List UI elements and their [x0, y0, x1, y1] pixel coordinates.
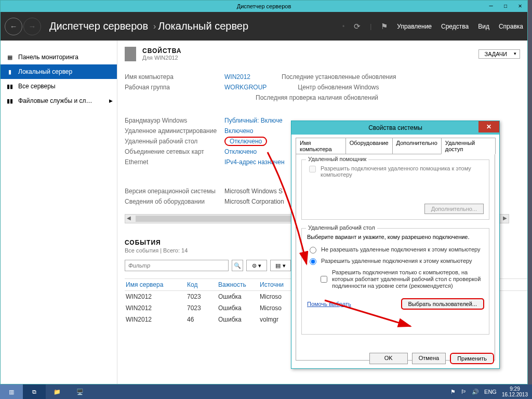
prop-value[interactable]: IPv4-адрес назначен — [224, 158, 285, 166]
checkbox-label: Разрешить подключения удаленного помощни… — [321, 165, 484, 178]
titlebar: Диспетчер серверов — ☐ ✕ — [1, 1, 527, 12]
tray-sound-icon[interactable]: 🔊 — [472, 389, 479, 395]
tray-flag-icon[interactable]: ⚑ — [450, 389, 456, 395]
menu-tools[interactable]: Средства — [441, 23, 469, 30]
dialog-tabs: Имя компьютера Оборудование Дополнительн… — [296, 138, 495, 154]
forward-button[interactable]: → — [23, 18, 41, 35]
task-app[interactable]: 🖥️ — [69, 384, 91, 399]
properties-heading: СВОЙСТВА — [142, 47, 181, 55]
apply-button[interactable]: Применить — [450, 353, 494, 364]
prop-label: Брандмауэр Windows — [125, 117, 224, 124]
back-button[interactable]: ← — [5, 18, 22, 35]
prop-label: Рабочая группа — [125, 84, 224, 91]
task-server-manager[interactable]: ▥ — [0, 384, 23, 399]
sidebar-item-label: Файловые службы и сл… — [18, 97, 92, 104]
sidebar: ▦ Панель мониторинга ▮ Локальный сервер … — [1, 41, 117, 384]
nla-checkbox[interactable] — [321, 271, 327, 288]
sidebar-item-label: Панель мониторинга — [18, 54, 78, 61]
prop-label: Последние установленные обновления — [282, 73, 396, 81]
prop-value-remote-desktop[interactable]: Отключено — [224, 137, 267, 146]
radio-allow[interactable] — [310, 258, 316, 265]
servers-icon: ▮▮ — [6, 83, 14, 90]
tasks-dropdown[interactable]: ЗАДАЧИ — [478, 49, 520, 59]
tab-advanced[interactable]: Дополнительно — [392, 138, 442, 154]
prop-label: Удаленное администрирование — [125, 127, 224, 135]
prop-value: Microsoft Windows S — [224, 188, 283, 195]
sidebar-item-file-services[interactable]: ▮▮ Файловые службы и сл… ▶ — [1, 94, 117, 108]
flag-icon[interactable]: ⚑ — [381, 22, 388, 31]
cancel-button[interactable]: Отмена — [412, 353, 446, 364]
prop-label: Удаленный рабочий стол — [125, 138, 224, 145]
ok-button[interactable]: OK — [369, 353, 408, 364]
server-icon: ▮ — [6, 69, 14, 75]
tab-pane-remote: Удаленный помощник Разрешить подключения… — [296, 154, 495, 361]
prop-label: Центр обновления Windows — [298, 84, 379, 91]
dialog-titlebar[interactable]: Свойства системы ✕ — [291, 121, 499, 135]
task-explorer[interactable]: 📁 — [46, 384, 69, 399]
prop-value[interactable]: Включено — [224, 127, 253, 135]
menu-help[interactable]: Справка — [499, 23, 523, 30]
window-title: Диспетчер серверов — [237, 3, 291, 9]
tab-computer-name[interactable]: Имя компьютера — [296, 138, 346, 154]
sidebar-item-label: Все серверы — [18, 83, 56, 90]
prop-label: Ethernet — [125, 158, 224, 166]
group-hint: Выберите вариант и укажите, кому разреше… — [307, 234, 484, 240]
storage-icon: ▮▮ — [6, 98, 14, 104]
properties-subheading: Для WIN2012 — [142, 55, 181, 61]
prop-value: Microsoft Corporation — [224, 198, 284, 205]
system-properties-dialog: Свойства системы ✕ Имя компьютера Оборуд… — [291, 121, 500, 369]
sidebar-item-label: Локальный сервер — [18, 68, 72, 75]
menu-manage[interactable]: Управление — [397, 23, 432, 30]
help-choose-link[interactable]: Помочь выбрать — [307, 301, 351, 307]
taskbar: ▥ ⧉ 📁 🖥️ ⚑ 🏳 🔊 ENG 9:29 16.12.2013 — [0, 384, 532, 399]
filter-dropdown[interactable]: ⊜ ▾ — [246, 260, 267, 271]
prop-value[interactable]: WIN2012 — [224, 73, 250, 81]
prop-value[interactable]: Отключено — [224, 148, 257, 155]
sidebar-item-all-servers[interactable]: ▮▮ Все серверы — [1, 79, 117, 94]
radio-label: Не разрешать удаленные подключения к это… — [321, 246, 481, 252]
tray-lang[interactable]: ENG — [484, 389, 497, 395]
minimize-button[interactable]: — — [484, 1, 498, 11]
prop-value[interactable]: WORKGROUP — [224, 84, 267, 91]
col-header[interactable]: Код — [187, 281, 218, 288]
menu-view[interactable]: Вид — [478, 23, 489, 30]
dialog-close-button[interactable]: ✕ — [478, 121, 499, 132]
group-title: Удаленный рабочий стол — [306, 224, 377, 231]
tray-clock[interactable]: 9:29 16.12.2013 — [502, 386, 528, 397]
select-users-button[interactable]: Выбрать пользователей... — [402, 299, 484, 309]
server-tile-icon — [125, 47, 136, 61]
filter-options[interactable]: ▤ ▾ — [270, 260, 291, 271]
prop-label: Сведения об оборудовании — [125, 198, 224, 205]
header-bar: ← → Диспетчер серверов › Локальный серве… — [1, 12, 527, 41]
maximize-button[interactable]: ☐ — [498, 1, 513, 11]
col-header[interactable]: Имя сервера — [125, 281, 187, 288]
chevron-right-icon: ▶ — [109, 98, 113, 103]
events-filter-input[interactable] — [125, 260, 229, 271]
prop-value[interactable]: Публичный: Включе — [224, 117, 283, 124]
col-header[interactable]: Важность — [218, 281, 260, 288]
breadcrumb-root[interactable]: Диспетчер серверов — [49, 20, 148, 32]
breadcrumb-page: Локальный сервер — [158, 20, 248, 32]
tab-remote[interactable]: Удаленный доступ — [441, 138, 496, 154]
prop-label: Имя компьютера — [125, 73, 224, 81]
close-button[interactable]: ✕ — [513, 1, 527, 11]
group-remote-assistance: Удаленный помощник Разрешить подключения… — [301, 159, 489, 220]
remote-assistance-checkbox — [309, 166, 316, 172]
dashboard-icon: ▦ — [6, 54, 14, 61]
refresh-icon[interactable]: ⟳ — [354, 22, 361, 31]
group-remote-desktop: Удаленный рабочий стол Выберите вариант … — [301, 228, 489, 335]
prop-label: Последняя проверка наличия обновлений — [256, 94, 378, 101]
search-icon[interactable]: 🔍 — [232, 260, 243, 271]
chevron-right-icon: › — [153, 22, 156, 31]
task-powershell[interactable]: ⧉ — [23, 384, 46, 399]
radio-deny[interactable] — [310, 247, 316, 254]
prop-label: Объединение сетевых карт — [125, 148, 224, 155]
group-title: Удаленный помощник — [306, 156, 368, 162]
advanced-button: Дополнительно... — [424, 204, 484, 214]
radio-label: Разрешить удаленные подключения к этому … — [321, 258, 472, 264]
checkbox-label: Разрешить подключения только с компьютер… — [332, 269, 484, 289]
sidebar-item-dashboard[interactable]: ▦ Панель мониторинга — [1, 50, 117, 64]
tray-network-icon[interactable]: 🏳 — [461, 389, 467, 395]
sidebar-item-local-server[interactable]: ▮ Локальный сервер — [1, 64, 117, 79]
tab-hardware[interactable]: Оборудование — [345, 138, 393, 154]
